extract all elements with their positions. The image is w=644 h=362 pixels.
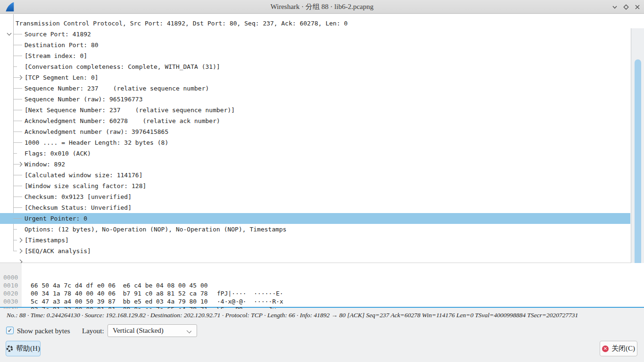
hex-row[interactable]: 0000 66 50 4a 7c d4 df e0 06 e6 c4 be 04… [0, 265, 644, 273]
diamond-icon [623, 4, 629, 10]
help-button-label: 帮助(H) [16, 344, 40, 353]
tree-item[interactable]: Sequence Number (raw): 965196773 [0, 94, 630, 105]
tree-item[interactable]: Checksum: 0x9123 [unverified] [0, 191, 630, 202]
tree-item[interactable]: 1000 .... = Header Length: 32 bytes (8) [0, 137, 630, 148]
chevron-down-icon [611, 4, 618, 10]
tree-item[interactable]: [Timestamps] [0, 235, 630, 246]
tree-item[interactable]: Flags: 0x010 (ACK) [0, 148, 630, 159]
minimize-button[interactable] [611, 3, 619, 11]
show-packet-bytes-label[interactable]: Show packet bytes [17, 324, 70, 337]
show-packet-bytes-checkbox[interactable]: ✓ [6, 327, 14, 334]
tree-item[interactable]: [SEQ/ACK analysis] [0, 246, 630, 256]
close-button-label: 关闭(C) [611, 344, 635, 353]
tree-item[interactable]: Acknowledgment number (raw): 3976415865 [0, 126, 630, 137]
packet-detail-tree: Transmission Control Protocol, Src Port:… [0, 14, 644, 263]
tree-item-tcp-root[interactable]: Transmission Control Protocol, Src Port:… [0, 18, 630, 29]
titlebar: Wireshark · 分组 88 · lib6-2.pcapng [0, 0, 644, 14]
tree-item[interactable]: [Conversation completeness: Complete, WI… [0, 61, 630, 72]
checkmark-icon: ✓ [8, 327, 12, 334]
vertical-scrollbar[interactable] [631, 28, 644, 277]
tree-item[interactable]: Source Port: 41892 [0, 29, 630, 40]
hex-row[interactable]: 0040 db b3 ·· [0, 297, 644, 305]
tree-item[interactable]: [Calculated window size: 114176] [0, 170, 630, 181]
tree-item[interactable]: [TCP Segment Len: 0] [0, 72, 630, 83]
tree-item[interactable]: [Checksum Status: Unverified] [0, 202, 630, 213]
layout-selected-value: Vertical (Stacked) [113, 325, 164, 337]
tree-item[interactable]: Sequence Number: 237 (relative sequence … [0, 83, 630, 94]
layout-label: Layout: [82, 324, 104, 337]
maximize-button[interactable] [622, 3, 630, 11]
layout-select[interactable]: Vertical (Stacked) [107, 324, 197, 337]
packet-summary-line: No.: 88 · Time: 0.244264130 · Source: 19… [7, 312, 578, 319]
close-window-button[interactable] [634, 3, 641, 11]
window-title: Wireshark · 分组 88 · lib6-2.pcapng [0, 0, 644, 14]
tree-item[interactable]: Destination Port: 80 [0, 40, 630, 50]
help-button[interactable]: 帮助(H) [6, 341, 41, 356]
hex-row[interactable]: 0030 03 7c 91 23 00 00 01 01 08 0a ee 7a… [0, 289, 644, 297]
tree-item[interactable]: Window: 892 [0, 159, 630, 170]
help-buoy-icon [6, 345, 13, 352]
tree-item[interactable]: [Next Sequence Number: 237 (relative seq… [0, 105, 630, 115]
red-x-circle-icon: ✕ [602, 346, 609, 352]
scrollbar-thumb[interactable] [635, 59, 641, 272]
x-icon [634, 4, 641, 10]
tree-item[interactable]: Acknowledgment Number: 60278 (relative a… [0, 115, 630, 126]
hex-row[interactable]: 0010 00 34 1a 78 40 00 40 06 b7 91 c0 a8… [0, 273, 644, 281]
tree-item-selected[interactable]: Urgent Pointer: 0 [0, 213, 630, 224]
tree-item[interactable]: Options: (12 bytes), No-Operation (NOP),… [0, 224, 630, 235]
tree-item[interactable]: [Stream index: 0] [0, 50, 630, 61]
close-button[interactable]: ✕ 关闭(C) [600, 341, 637, 356]
packet-bytes-pane: 0000 66 50 4a 7c d4 df e0 06 e6 c4 be 04… [0, 263, 644, 308]
chevron-down-icon [187, 329, 191, 333]
dialog-bottom-area: No.: 88 · Time: 0.244264130 · Source: 19… [0, 309, 644, 362]
tree-item[interactable]: [Window size scaling factor: 128] [0, 181, 630, 191]
hex-row[interactable]: 0020 5c 47 a3 a4 00 50 39 87 bb e5 ed 03… [0, 281, 644, 289]
